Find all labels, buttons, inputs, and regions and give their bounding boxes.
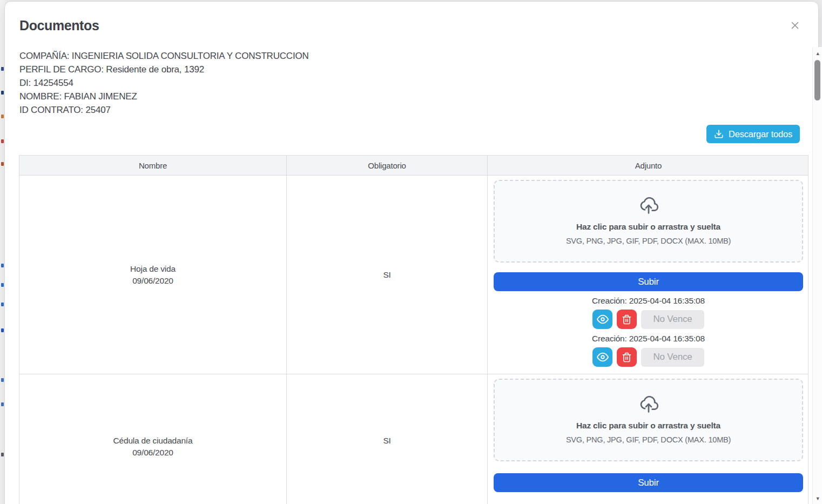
document-attachment-cell: Haz clic para subir o arrastra y suelta … — [488, 176, 809, 374]
scrollbar-up-arrow[interactable]: ▲ — [813, 49, 822, 58]
table-row: Cédula de ciudadanía 09/06/2020 SI Haz c… — [19, 374, 808, 504]
attachment-entry: Creación: 2025-04-04 16:35:08 — [494, 291, 803, 329]
no-expiry-button[interactable]: No Vence — [641, 348, 704, 367]
scrollbar-down-arrow[interactable]: ▼ — [813, 494, 822, 503]
delete-attachment-button[interactable] — [617, 347, 637, 367]
document-name-cell: Cédula de ciudadanía 09/06/2020 — [19, 374, 287, 504]
documents-modal: Documentos COMPAÑÍA: INGENIERIA SOLIDA C… — [4, 1, 819, 504]
document-attachment-cell: Haz clic para subir o arrastra y suelta … — [488, 374, 809, 504]
contract-info: COMPAÑÍA: INGENIERIA SOLIDA CONSULTORIA … — [5, 33, 818, 117]
vertical-scrollbar[interactable]: ▲ ▼ — [812, 47, 822, 504]
modal-title: Documentos — [19, 18, 804, 33]
modal-header: Documentos — [5, 2, 818, 33]
upload-cloud-icon — [638, 197, 659, 217]
dropzone-subtext: SVG, PNG, JPG, GIF, PDF, DOCX (MAX. 10MB… — [566, 237, 731, 245]
download-all-label: Descargar todos — [729, 129, 792, 139]
delete-attachment-button[interactable] — [617, 310, 637, 329]
scrollbar-thumb[interactable] — [814, 60, 820, 100]
file-dropzone[interactable]: Haz clic para subir o arrastra y suelta … — [494, 379, 803, 461]
column-header-nombre: Nombre — [19, 156, 287, 175]
attachment-actions: No Vence — [592, 347, 704, 367]
view-attachment-button[interactable] — [592, 310, 612, 329]
eye-icon — [597, 313, 609, 325]
required-value: SI — [383, 269, 390, 281]
document-name: Cédula de ciudadanía — [113, 435, 193, 447]
document-name: Hoja de vida — [130, 263, 176, 275]
document-required-cell: SI — [287, 374, 488, 504]
required-value: SI — [383, 435, 390, 447]
trash-icon — [622, 314, 632, 325]
table-header-row: Nombre Obligatorio Adjunto — [19, 156, 808, 176]
download-icon — [714, 129, 724, 139]
attachment-actions: No Vence — [592, 310, 704, 329]
upload-cloud-icon — [638, 396, 659, 415]
document-date: 09/06/2020 — [132, 447, 173, 459]
file-dropzone[interactable]: Haz clic para subir o arrastra y suelta … — [494, 180, 803, 263]
toolbar: Descargar todos — [5, 117, 818, 143]
document-name-cell: Hoja de vida 09/06/2020 — [19, 176, 287, 374]
download-all-button[interactable]: Descargar todos — [706, 125, 800, 143]
column-header-obligatorio: Obligatorio — [287, 156, 488, 175]
column-header-adjunto: Adjunto — [488, 156, 809, 175]
document-required-cell: SI — [287, 176, 488, 374]
document-date: 09/06/2020 — [132, 275, 173, 287]
upload-button[interactable]: Subir — [494, 473, 803, 492]
dropzone-main-text: Haz clic para subir o arrastra y suelta — [576, 421, 720, 431]
documents-table: Nombre Obligatorio Adjunto Hoja de vida … — [19, 155, 808, 504]
close-icon — [789, 19, 801, 33]
dropzone-main-text: Haz clic para subir o arrastra y suelta — [576, 222, 720, 232]
info-company: COMPAÑÍA: INGENIERIA SOLIDA CONSULTORIA … — [19, 49, 804, 63]
info-name: NOMBRE: FABIAN JIMENEZ — [19, 90, 804, 103]
trash-icon — [622, 352, 632, 362]
close-button[interactable] — [788, 19, 802, 33]
no-expiry-button[interactable]: No Vence — [641, 310, 704, 329]
view-attachment-button[interactable] — [592, 347, 612, 367]
attachment-entry: Creación: 2025-04-04 16:35:08 — [494, 329, 803, 367]
attachment-creation-date: Creación: 2025-04-04 16:35:08 — [592, 296, 705, 306]
table-row: Hoja de vida 09/06/2020 SI Haz clic para… — [19, 176, 808, 374]
eye-icon — [597, 351, 609, 363]
info-di: DI: 14254554 — [19, 76, 804, 90]
upload-button[interactable]: Subir — [494, 272, 803, 291]
info-job-profile: PERFIL DE CARGO: Residente de obra, 1392 — [19, 63, 804, 76]
dropzone-subtext: SVG, PNG, JPG, GIF, PDF, DOCX (MAX. 10MB… — [566, 435, 731, 444]
attachment-creation-date: Creación: 2025-04-04 16:35:08 — [592, 334, 705, 344]
info-contract-id: ID CONTRATO: 25407 — [19, 103, 804, 117]
